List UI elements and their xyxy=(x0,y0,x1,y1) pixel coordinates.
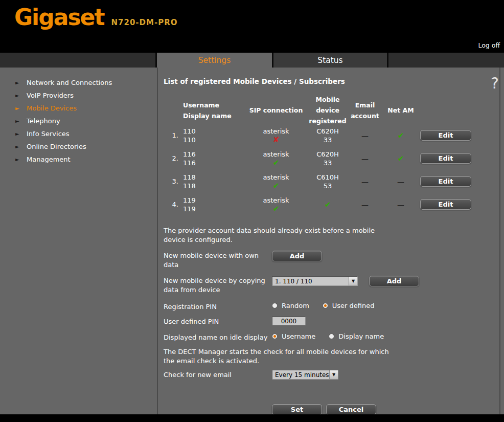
registration-pin-label: Registration PIN xyxy=(164,302,272,312)
right-edge-divider xyxy=(499,68,500,414)
arrow-right-icon: ► xyxy=(15,93,27,98)
check-icon: ✔ xyxy=(398,154,404,163)
copy-device-select[interactable]: 1. 110 / 110 ▼ xyxy=(272,276,358,286)
net-am-cell: — xyxy=(381,193,420,216)
header-username: Username xyxy=(183,100,219,110)
sidebar-item-online-directories[interactable]: ► Online Directories xyxy=(0,140,158,153)
header-display-name: Display name xyxy=(183,110,232,121)
log-off-link[interactable]: Log off xyxy=(478,41,500,49)
check-icon: ✔ xyxy=(398,131,404,140)
copy-device-selected-value: 1. 110 / 110 xyxy=(272,277,349,285)
table-row: 4. 119 119 asterisk ✔ ✔ — — xyxy=(164,193,504,216)
sidebar-item-label: Management xyxy=(27,156,71,163)
tab-status[interactable]: Status xyxy=(272,53,388,68)
displayed-name-label: Displayed name on idle display xyxy=(164,332,272,342)
sidebar-item-label: Network and Connections xyxy=(27,79,112,86)
sidebar-item-voip-providers[interactable]: ► VoIP Providers xyxy=(0,89,158,102)
sidebar-item-info-services[interactable]: ► Info Services xyxy=(0,127,158,140)
check-email-label: Check for new email xyxy=(164,370,272,380)
dash-icon: — xyxy=(397,177,404,186)
provider-note: The provider account data should already… xyxy=(164,226,383,245)
edit-button[interactable]: Edit xyxy=(420,130,471,141)
sidebar-item-label: Online Directories xyxy=(27,143,86,150)
sip-connection-cell: asterisk ✔ xyxy=(245,147,307,170)
check-email-select[interactable]: Every 15 minutes ▼ xyxy=(272,370,338,380)
radio-username[interactable] xyxy=(272,334,278,339)
help-icon[interactable]: ? xyxy=(491,76,499,91)
sidebar-item-management[interactable]: ► Management xyxy=(0,153,158,166)
dropdown-arrow-icon[interactable]: ▼ xyxy=(329,370,338,379)
col-sip-connection: SIP connection xyxy=(245,94,307,126)
edit-button[interactable]: Edit xyxy=(420,199,471,210)
edit-button[interactable]: Edit xyxy=(420,153,471,164)
sip-connection-cell: asterisk ✔ xyxy=(245,170,307,193)
table-row: 2. 116 116 asterisk ✔ C620H 33 — ✔ xyxy=(164,147,504,170)
sidebar-item-label: Info Services xyxy=(27,130,70,138)
header: Gigaset N720-DM-PRO Log off xyxy=(0,0,504,53)
radio-display-name[interactable] xyxy=(329,334,334,339)
dect-note: The DECT Manager starts the check for al… xyxy=(164,347,394,366)
cancel-button[interactable]: Cancel xyxy=(326,404,376,415)
radio-random[interactable] xyxy=(272,303,278,308)
sip-connection-cell: asterisk ✔ xyxy=(245,193,307,216)
main-area: ► Network and Connections ► VoIP Provide… xyxy=(0,68,504,414)
mobile-device-cell: C620H 33 xyxy=(307,147,349,170)
dash-icon: — xyxy=(361,131,369,140)
edit-button[interactable]: Edit xyxy=(420,176,471,187)
arrow-right-icon: ► xyxy=(15,157,27,162)
arrow-right-icon: ► xyxy=(15,131,27,137)
tab-settings[interactable]: Settings xyxy=(155,53,273,68)
mobile-device-cell: ✔ xyxy=(307,193,349,216)
dropdown-arrow-icon[interactable]: ▼ xyxy=(349,277,357,285)
radio-display-name-label: Display name xyxy=(338,332,384,340)
dash-icon: — xyxy=(361,201,369,209)
sidebar-item-label: VoIP Providers xyxy=(27,92,74,99)
user-pin-label: User defined PIN xyxy=(164,317,272,326)
table-row: 3. 118 118 asterisk ✔ C610H 53 — — xyxy=(164,170,504,193)
mobile-device-cell: C620H 33 xyxy=(307,124,349,147)
col-net-am: Net AM xyxy=(381,94,420,126)
email-account-cell: — xyxy=(349,193,381,216)
username-display-cell: 110 110 xyxy=(183,124,245,147)
email-account-cell: — xyxy=(349,147,381,170)
radio-user-defined[interactable] xyxy=(323,303,328,308)
sidebar-item-network-and-connections[interactable]: ► Network and Connections xyxy=(0,76,158,89)
col-username-displayname: Username Display name xyxy=(183,94,245,126)
gigaset-logo: Gigaset xyxy=(14,4,104,30)
arrow-right-icon: ► xyxy=(15,118,27,124)
content-panel: List of registered Mobile Devices / Subs… xyxy=(158,68,504,414)
username-display-cell: 119 119 xyxy=(183,193,245,216)
new-copy-label: New mobile device by copying data from d… xyxy=(164,276,272,295)
check-icon: ✔ xyxy=(325,201,331,209)
dash-icon: — xyxy=(361,177,369,186)
col-mobile-device-registered: Mobile device registered xyxy=(307,94,349,126)
arrow-right-icon: ► xyxy=(15,80,27,85)
check-icon: ✔ xyxy=(273,159,280,167)
sidebar-divider xyxy=(157,68,158,414)
net-am-cell: ✔ xyxy=(381,124,420,147)
net-am-cell: ✔ xyxy=(381,147,420,170)
arrow-right-icon: ► xyxy=(15,144,27,149)
table-row: 1. 110 110 asterisk ✘ C620H 33 — ✔ xyxy=(164,124,504,147)
row-number: 4. xyxy=(164,193,183,216)
page-title: List of registered Mobile Devices / Subs… xyxy=(164,76,345,85)
check-icon: ✔ xyxy=(273,182,280,190)
sidebar-nav: ► Network and Connections ► VoIP Provide… xyxy=(0,68,158,414)
new-own-label: New mobile device with own data xyxy=(164,251,272,270)
set-button[interactable]: Set xyxy=(272,404,322,415)
table-header: Username Display name SIP connection Mob… xyxy=(164,94,504,124)
dash-icon: — xyxy=(361,154,369,163)
sidebar-item-telephony[interactable]: ► Telephony xyxy=(0,115,158,127)
model-label: N720-DM-PRO xyxy=(111,18,177,27)
dash-icon: — xyxy=(397,201,404,209)
brand: Gigaset N720-DM-PRO xyxy=(14,4,177,30)
cross-icon: ✘ xyxy=(273,136,280,144)
add-own-device-button[interactable]: Add xyxy=(272,251,322,261)
user-pin-input[interactable] xyxy=(272,317,306,325)
check-icon: ✔ xyxy=(273,205,280,213)
sidebar-item-mobile-devices[interactable]: ► Mobile Devices xyxy=(0,102,158,115)
add-copy-device-button[interactable]: Add xyxy=(369,276,419,286)
page: Gigaset N720-DM-PRO Log off Settings Sta… xyxy=(0,0,504,422)
footer-bar xyxy=(0,414,504,422)
col-email-account: Email account xyxy=(349,94,381,126)
